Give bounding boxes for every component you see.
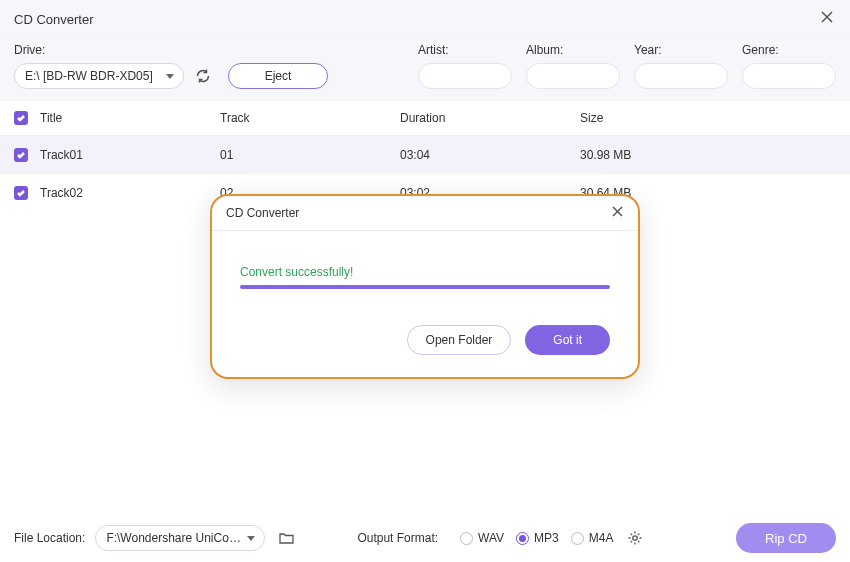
radio-m4a[interactable]: M4A [571, 531, 614, 545]
cell-title: Track02 [40, 186, 220, 200]
radio-icon [571, 532, 584, 545]
genre-input[interactable] [742, 63, 836, 89]
table-row[interactable]: Track01 01 03:04 30.98 MB [0, 136, 850, 174]
window-header: CD Converter [0, 0, 850, 37]
year-input[interactable] [634, 63, 728, 89]
artist-label: Artist: [418, 43, 512, 57]
footer: File Location: F:\Wondershare UniConvert… [0, 514, 850, 562]
output-format-label: Output Format: [357, 531, 438, 545]
refresh-icon[interactable] [192, 65, 214, 87]
close-icon[interactable] [818, 8, 836, 30]
got-it-button[interactable]: Got it [525, 325, 610, 355]
output-format-group: Output Format: WAV MP3 M4A [357, 528, 645, 548]
col-header-track: Track [220, 111, 400, 125]
svg-point-0 [633, 536, 637, 540]
drive-select[interactable]: E:\ [BD-RW BDR-XD05] [14, 63, 184, 89]
album-input[interactable] [526, 63, 620, 89]
file-location-value: F:\Wondershare UniConverter [106, 531, 246, 545]
modal-body: Convert successfully! [212, 231, 638, 289]
radio-label: MP3 [534, 531, 559, 545]
artist-input[interactable] [418, 63, 512, 89]
file-location-label: File Location: [14, 531, 85, 545]
col-header-duration: Duration [400, 111, 580, 125]
artist-group: Artist: [418, 43, 512, 89]
cell-duration: 03:04 [400, 148, 580, 162]
col-header-size: Size [580, 111, 836, 125]
modal-header: CD Converter [212, 196, 638, 231]
cell-size: 30.98 MB [580, 148, 836, 162]
radio-wav[interactable]: WAV [460, 531, 504, 545]
genre-group: Genre: [742, 43, 836, 89]
close-icon[interactable] [611, 204, 624, 222]
col-header-title: Title [40, 111, 220, 125]
radio-label: M4A [589, 531, 614, 545]
drive-label: Drive: [14, 43, 328, 57]
album-label: Album: [526, 43, 620, 57]
eject-button[interactable]: Eject [228, 63, 328, 89]
album-group: Album: [526, 43, 620, 89]
window-title: CD Converter [14, 12, 93, 27]
radio-icon [516, 532, 529, 545]
year-label: Year: [634, 43, 728, 57]
radio-mp3[interactable]: MP3 [516, 531, 559, 545]
success-message: Convert successfully! [240, 265, 610, 279]
gear-icon[interactable] [625, 528, 645, 548]
folder-icon[interactable] [275, 527, 297, 549]
drive-select-value: E:\ [BD-RW BDR-XD05] [25, 69, 153, 83]
year-group: Year: [634, 43, 728, 89]
drive-group: Drive: E:\ [BD-RW BDR-XD05] Eject [14, 43, 328, 89]
radio-icon [460, 532, 473, 545]
open-folder-button[interactable]: Open Folder [407, 325, 512, 355]
success-modal: CD Converter Convert successfully! Open … [210, 194, 640, 379]
select-all-checkbox[interactable] [14, 111, 28, 125]
genre-label: Genre: [742, 43, 836, 57]
modal-actions: Open Folder Got it [212, 289, 638, 377]
row-checkbox[interactable] [14, 186, 28, 200]
drive-row: E:\ [BD-RW BDR-XD05] Eject [14, 63, 328, 89]
cell-title: Track01 [40, 148, 220, 162]
row-checkbox[interactable] [14, 148, 28, 162]
radio-label: WAV [478, 531, 504, 545]
cell-track: 01 [220, 148, 400, 162]
modal-title: CD Converter [226, 206, 299, 220]
rip-cd-button[interactable]: Rip CD [736, 523, 836, 553]
file-location-select[interactable]: F:\Wondershare UniConverter [95, 525, 265, 551]
table-header: Title Track Duration Size [0, 101, 850, 136]
toolbar: Drive: E:\ [BD-RW BDR-XD05] Eject Artist… [0, 37, 850, 101]
